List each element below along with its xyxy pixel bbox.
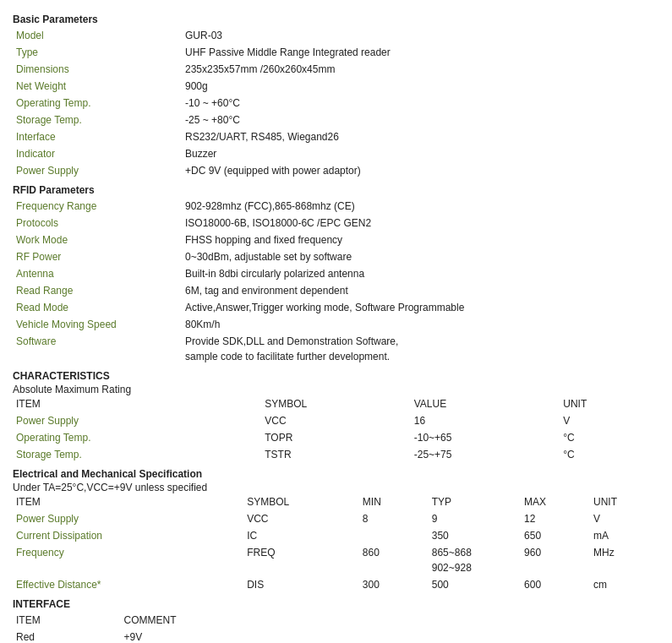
- param-value: 900g: [182, 78, 659, 95]
- iface-item: Red: [13, 629, 121, 643]
- param-value: 0~30dBm, adjustable set by software: [182, 248, 659, 265]
- rfid-parameters-title: RFID Parameters: [13, 184, 659, 196]
- param-label: Read Range: [13, 282, 182, 299]
- param-value: -25 ~ +80°C: [182, 112, 659, 128]
- table-row: TypeUHF Passive Middle Range Integrated …: [13, 44, 659, 61]
- param-label: Storage Temp.: [13, 112, 182, 128]
- param-label: Protocols: [13, 215, 182, 232]
- electrical-title: Electrical and Mechanical Specification: [13, 468, 659, 480]
- table-row: Effective Distance* DIS 300 500 600 cm: [13, 576, 659, 593]
- param-label: Vehicle Moving Speed: [13, 316, 182, 333]
- elec-typ: 350: [429, 527, 521, 544]
- table-row: Storage Temp.-25 ~ +80°C: [13, 112, 659, 128]
- elec-symbol: DIS: [243, 576, 359, 593]
- basic-parameters-title: Basic Parameters: [13, 14, 659, 25]
- param-label: Net Weight: [13, 78, 182, 95]
- elec-item: Effective Distance*: [13, 576, 243, 593]
- page-content: Basic Parameters ModelGUR-03TypeUHF Pass…: [13, 14, 659, 643]
- char-unit: °C: [560, 429, 659, 446]
- elec-min: 860: [359, 544, 429, 576]
- elec-unit: cm: [590, 576, 659, 593]
- char-value: -25~+75: [411, 446, 560, 463]
- char-value: -10~+65: [411, 429, 560, 446]
- param-label: Read Mode: [13, 299, 182, 316]
- characteristics-table: ITEM SYMBOL VALUE UNIT Power Supply VCC …: [13, 395, 659, 463]
- param-value: 6M, tag and environment dependent: [182, 282, 659, 299]
- elec-typ: 865~868902~928: [429, 544, 521, 576]
- table-row: Frequency Range902-928mhz (FCC),865-868m…: [13, 198, 659, 215]
- electrical-section: Electrical and Mechanical Specification …: [13, 468, 659, 593]
- elec-item: Frequency: [13, 544, 243, 576]
- table-header-row: ITEM COMMENT: [13, 612, 659, 629]
- param-label: RF Power: [13, 248, 182, 265]
- interface-table: ITEM COMMENT Red +9V Black GND Yellow Wi…: [13, 612, 659, 643]
- param-label: Work Mode: [13, 232, 182, 248]
- char-item: Power Supply: [13, 412, 261, 429]
- iface-comment: +9V: [121, 629, 660, 643]
- table-row: Work ModeFHSS hopping and fixed frequenc…: [13, 232, 659, 248]
- table-row: Vehicle Moving Speed80Km/h: [13, 316, 659, 333]
- param-label: Software: [13, 333, 182, 365]
- param-label: Antenna: [13, 265, 182, 282]
- col-header-comment: COMMENT: [121, 612, 660, 629]
- elec-item: Power Supply: [13, 510, 243, 527]
- table-header-row: ITEM SYMBOL VALUE UNIT: [13, 395, 659, 412]
- char-unit: V: [560, 412, 659, 429]
- elec-max: 12: [521, 510, 590, 527]
- table-row: RF Power0~30dBm, adjustable set by softw…: [13, 248, 659, 265]
- elec-symbol: IC: [243, 527, 359, 544]
- param-value: Active,Answer,Trigger working mode, Soft…: [182, 299, 659, 316]
- table-row: IndicatorBuzzer: [13, 145, 659, 162]
- param-value: 902-928mhz (FCC),865-868mhz (CE): [182, 198, 659, 215]
- table-row: ModelGUR-03: [13, 27, 659, 44]
- param-value: UHF Passive Middle Range Integrated read…: [182, 44, 659, 61]
- elec-unit: MHz: [590, 544, 659, 576]
- char-value: 16: [411, 412, 560, 429]
- table-row: SoftwareProvide SDK,DLL and Demonstratio…: [13, 333, 659, 365]
- param-value: ISO18000-6B, ISO18000-6C /EPC GEN2: [182, 215, 659, 232]
- param-value: +DC 9V (equipped with power adaptor): [182, 162, 659, 179]
- col-header-min: MIN: [359, 493, 429, 510]
- param-label: Type: [13, 44, 182, 61]
- table-row: Storage Temp. TSTR -25~+75 °C: [13, 446, 659, 463]
- param-label: Model: [13, 27, 182, 44]
- param-label: Indicator: [13, 145, 182, 162]
- col-header-symbol: SYMBOL: [243, 493, 359, 510]
- col-header-symbol: SYMBOL: [261, 395, 411, 412]
- elec-symbol: FREQ: [243, 544, 359, 576]
- elec-min: 300: [359, 576, 429, 593]
- elec-typ: 500: [429, 576, 521, 593]
- interface-title: INTERFACE: [13, 598, 659, 610]
- elec-item: Current Dissipation: [13, 527, 243, 544]
- table-row: InterfaceRS232/UART, RS485, Wiegand26: [13, 128, 659, 145]
- table-row: Current Dissipation IC 350 650 mA: [13, 527, 659, 544]
- param-value: 80Km/h: [182, 316, 659, 333]
- param-value: Built-in 8dbi circularly polarized anten…: [182, 265, 659, 282]
- table-row: Frequency FREQ 860 865~868902~928 960 MH…: [13, 544, 659, 576]
- char-unit: °C: [560, 446, 659, 463]
- table-row: Net Weight900g: [13, 78, 659, 95]
- characteristics-subtitle: Absolute Maximum Rating: [13, 384, 659, 395]
- param-label: Operating Temp.: [13, 95, 182, 112]
- col-header-item: ITEM: [13, 395, 261, 412]
- param-value: Provide SDK,DLL and Demonstration Softwa…: [182, 333, 659, 365]
- col-header-value: VALUE: [411, 395, 560, 412]
- param-value: 235x235x57mm /260x260x45mm: [182, 61, 659, 78]
- table-row: Power Supply+DC 9V (equipped with power …: [13, 162, 659, 179]
- table-row: Dimensions235x235x57mm /260x260x45mm: [13, 61, 659, 78]
- table-row: Power Supply VCC 16 V: [13, 412, 659, 429]
- param-value: GUR-03: [182, 27, 659, 44]
- electrical-subtitle: Under TA=25°C,VCC=+9V unless specified: [13, 482, 659, 493]
- table-row: Power Supply VCC 8 9 12 V: [13, 510, 659, 527]
- table-row: Read ModeActive,Answer,Trigger working m…: [13, 299, 659, 316]
- char-item: Operating Temp.: [13, 429, 261, 446]
- param-label: Power Supply: [13, 162, 182, 179]
- param-value: Buzzer: [182, 145, 659, 162]
- electrical-table: ITEM SYMBOL MIN TYP MAX UNIT Power Suppl…: [13, 493, 659, 593]
- table-row: ProtocolsISO18000-6B, ISO18000-6C /EPC G…: [13, 215, 659, 232]
- param-value: FHSS hopping and fixed frequency: [182, 232, 659, 248]
- table-row: Operating Temp.-10 ~ +60°C: [13, 95, 659, 112]
- param-value: -10 ~ +60°C: [182, 95, 659, 112]
- param-value: RS232/UART, RS485, Wiegand26: [182, 128, 659, 145]
- table-row: Operating Temp. TOPR -10~+65 °C: [13, 429, 659, 446]
